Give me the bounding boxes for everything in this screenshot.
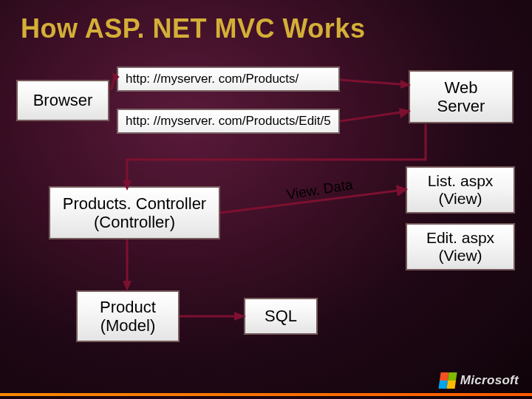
box-view-list: List. aspx(View)	[406, 166, 515, 214]
url-request: http: //myserver. com/Products/	[117, 66, 340, 92]
arrow-controller-to-model	[122, 239, 132, 293]
box-view-edit: Edit. aspx(View)	[406, 223, 515, 270]
svg-marker-8	[123, 281, 132, 291]
box-browser: Browser	[16, 80, 109, 121]
arrow-url-edit-to-server	[340, 106, 411, 129]
box-sql: SQL	[244, 298, 318, 335]
arrow-model-to-sql	[180, 310, 246, 322]
box-controller: Products. Controller(Controller)	[49, 186, 220, 239]
footer-accent-bar	[0, 393, 532, 396]
url-edit: http: //myserver. com/Products/Edit/5	[117, 109, 340, 134]
label-viewdata: View. Data	[285, 177, 354, 203]
svg-line-4	[340, 112, 400, 121]
logo-microsoft: Microsoft	[440, 372, 519, 389]
slide-title: How ASP. NET MVC Works	[21, 13, 365, 44]
box-model: Product(Model)	[76, 290, 180, 342]
svg-line-0	[111, 75, 115, 90]
microsoft-flag-icon	[438, 372, 457, 389]
logo-text: Microsoft	[460, 373, 519, 388]
svg-line-2	[340, 80, 400, 84]
arrow-url-to-server	[340, 74, 411, 89]
box-web-server: WebServer	[409, 70, 514, 123]
